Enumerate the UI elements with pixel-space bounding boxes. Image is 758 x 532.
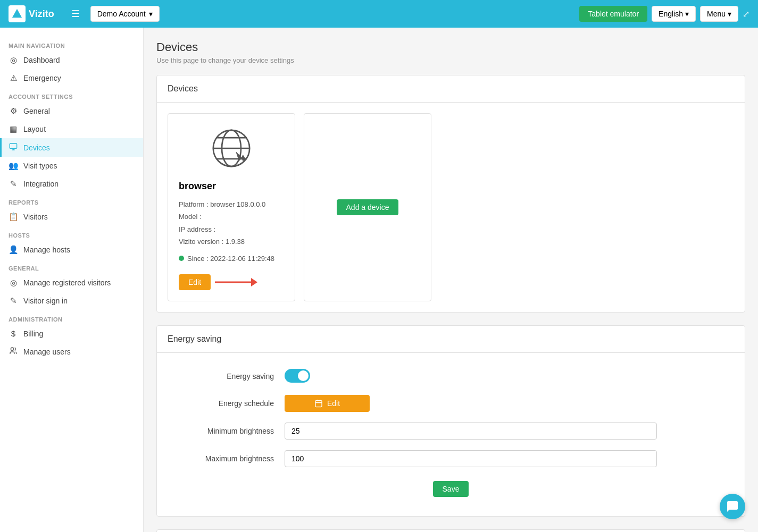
max-brightness-label: Maximum brightness bbox=[168, 454, 274, 463]
devices-card-header: Devices bbox=[157, 75, 745, 103]
svg-rect-9 bbox=[315, 400, 322, 407]
account-button[interactable]: Demo Account ▾ bbox=[90, 6, 160, 22]
sidebar-item-visitors[interactable]: 📋 Visitors bbox=[0, 208, 143, 226]
sidebar-item-general-label: General bbox=[23, 107, 50, 115]
expand-button[interactable]: ⤢ bbox=[743, 9, 749, 19]
layout: Main Navigation ◎ Dashboard ⚠ Emergency … bbox=[0, 28, 758, 532]
printers-card-header: Printers bbox=[157, 530, 745, 532]
energy-saving-label: Energy saving bbox=[168, 372, 274, 381]
device-since: Since : 2022-12-06 11:29:48 bbox=[179, 255, 274, 263]
energy-schedule-row: Energy schedule Edit bbox=[168, 390, 734, 417]
svg-marker-0 bbox=[12, 9, 22, 18]
energy-saving-toggle[interactable] bbox=[285, 369, 310, 383]
visitors-icon: 📋 bbox=[9, 212, 18, 222]
top-navigation: Vizito ☰ Demo Account ▾ Tablet emulator … bbox=[0, 0, 758, 28]
page-title: Devices bbox=[156, 40, 745, 54]
logo-icon bbox=[9, 5, 26, 22]
min-brightness-input[interactable] bbox=[285, 423, 657, 440]
device-name: browser bbox=[179, 181, 216, 192]
device-version: Vizito version : 1.9.38 bbox=[179, 235, 265, 248]
sidebar-item-manage-registered-visitors-label: Manage registered visitors bbox=[23, 278, 111, 287]
sidebar-item-visit-types-label: Visit types bbox=[23, 162, 57, 170]
devices-icon bbox=[9, 142, 18, 153]
energy-schedule-value: Edit bbox=[285, 395, 734, 412]
chat-bubble[interactable] bbox=[720, 494, 745, 519]
devices-grid: browser Platform : browser 108.0.0.0 Mod… bbox=[168, 113, 734, 301]
integration-icon: ✎ bbox=[9, 179, 18, 189]
energy-saving-card-body: Energy saving Energy schedule Edit bbox=[157, 353, 745, 516]
min-brightness-label: Minimum brightness bbox=[168, 427, 274, 435]
language-button[interactable]: English ▾ bbox=[652, 6, 696, 22]
max-brightness-value bbox=[285, 450, 734, 467]
sidebar-item-visitor-sign-in-label: Visitor sign in bbox=[23, 297, 68, 305]
device-platform: Platform : browser 108.0.0.0 bbox=[179, 198, 265, 210]
sidebar-item-integration[interactable]: ✎ Integration bbox=[0, 175, 143, 193]
sidebar-item-dashboard-label: Dashboard bbox=[23, 56, 60, 64]
manage-registered-visitors-icon: ◎ bbox=[9, 278, 18, 288]
sidebar-item-emergency[interactable]: ⚠ Emergency bbox=[0, 69, 143, 87]
tablet-emulator-button[interactable]: Tablet emulator bbox=[579, 6, 647, 22]
emergency-icon: ⚠ bbox=[9, 73, 18, 83]
visitor-sign-in-icon: ✎ bbox=[9, 296, 18, 306]
toggle-slider[interactable] bbox=[285, 369, 310, 383]
general-section-label: General bbox=[0, 259, 143, 274]
account-settings-label: Account settings bbox=[0, 87, 143, 102]
sidebar-item-devices[interactable]: Devices bbox=[0, 138, 143, 157]
sidebar-item-layout[interactable]: ▦ Layout bbox=[0, 120, 143, 138]
device-info: Platform : browser 108.0.0.0 Model : IP … bbox=[179, 198, 265, 248]
language-dropdown-icon: ▾ bbox=[685, 10, 689, 18]
add-device-button[interactable]: Add a device bbox=[337, 199, 399, 215]
sidebar: Main Navigation ◎ Dashboard ⚠ Emergency … bbox=[0, 28, 144, 532]
logo: Vizito bbox=[9, 5, 54, 22]
max-brightness-input[interactable] bbox=[285, 450, 657, 467]
calendar-icon bbox=[314, 399, 323, 408]
menu-label: Menu bbox=[707, 10, 726, 18]
globe-icon bbox=[207, 124, 255, 172]
sidebar-item-billing[interactable]: $ Billing bbox=[0, 325, 143, 342]
device-since-text: Since : 2022-12-06 11:29:48 bbox=[187, 255, 274, 263]
sidebar-item-visit-types[interactable]: 👥 Visit types bbox=[0, 157, 143, 175]
printers-card: Printers bbox=[156, 529, 745, 532]
dashboard-icon: ◎ bbox=[9, 55, 18, 65]
energy-saving-card: Energy saving Energy saving Energy sched… bbox=[156, 325, 745, 517]
administration-label: Administration bbox=[0, 310, 143, 325]
manage-users-icon bbox=[9, 347, 18, 357]
sidebar-item-visitor-sign-in[interactable]: ✎ Visitor sign in bbox=[0, 292, 143, 310]
device-edit-button[interactable]: Edit bbox=[179, 274, 211, 290]
sidebar-item-manage-hosts[interactable]: 👤 Manage hosts bbox=[0, 241, 143, 259]
menu-dropdown-icon: ▾ bbox=[728, 10, 731, 18]
energy-schedule-label: Energy schedule bbox=[168, 399, 274, 408]
hamburger-button[interactable]: ☰ bbox=[67, 6, 84, 22]
energy-saving-toggle-wrapper bbox=[285, 369, 734, 384]
energy-saving-card-header: Energy saving bbox=[157, 326, 745, 353]
device-ip: IP address : bbox=[179, 223, 265, 235]
topnav-right: Tablet emulator English ▾ Menu ▾ ⤢ bbox=[579, 6, 749, 22]
page-subtitle: Use this page to change your device sett… bbox=[156, 56, 745, 64]
manage-hosts-icon: 👤 bbox=[9, 245, 18, 255]
hosts-label: Hosts bbox=[0, 226, 143, 241]
online-indicator bbox=[179, 256, 184, 261]
sidebar-item-dashboard[interactable]: ◎ Dashboard bbox=[0, 51, 143, 69]
sidebar-item-general[interactable]: ⚙ General bbox=[0, 102, 143, 120]
save-button[interactable]: Save bbox=[433, 481, 469, 497]
language-label: English bbox=[659, 10, 683, 18]
sidebar-item-manage-users[interactable]: Manage users bbox=[0, 342, 143, 361]
energy-schedule-button[interactable]: Edit bbox=[285, 395, 370, 412]
page-header: Devices Use this page to change your dev… bbox=[156, 40, 745, 64]
sidebar-item-manage-hosts-label: Manage hosts bbox=[23, 246, 70, 254]
red-arrow-indicator bbox=[215, 278, 257, 286]
layout-icon: ▦ bbox=[9, 124, 18, 134]
account-dropdown-icon: ▾ bbox=[149, 10, 153, 18]
reports-label: Reports bbox=[0, 193, 143, 208]
sidebar-item-emergency-label: Emergency bbox=[23, 74, 61, 82]
sidebar-item-integration-label: Integration bbox=[23, 180, 59, 188]
max-brightness-row: Maximum brightness bbox=[168, 445, 734, 472]
svg-rect-1 bbox=[10, 143, 16, 148]
devices-card: Devices bbox=[156, 75, 745, 313]
general-icon: ⚙ bbox=[9, 106, 18, 116]
sidebar-item-manage-registered-visitors[interactable]: ◎ Manage registered visitors bbox=[0, 274, 143, 292]
menu-button[interactable]: Menu ▾ bbox=[700, 6, 738, 22]
svg-point-2 bbox=[11, 348, 13, 350]
min-brightness-row: Minimum brightness bbox=[168, 417, 734, 445]
min-brightness-value bbox=[285, 423, 734, 440]
